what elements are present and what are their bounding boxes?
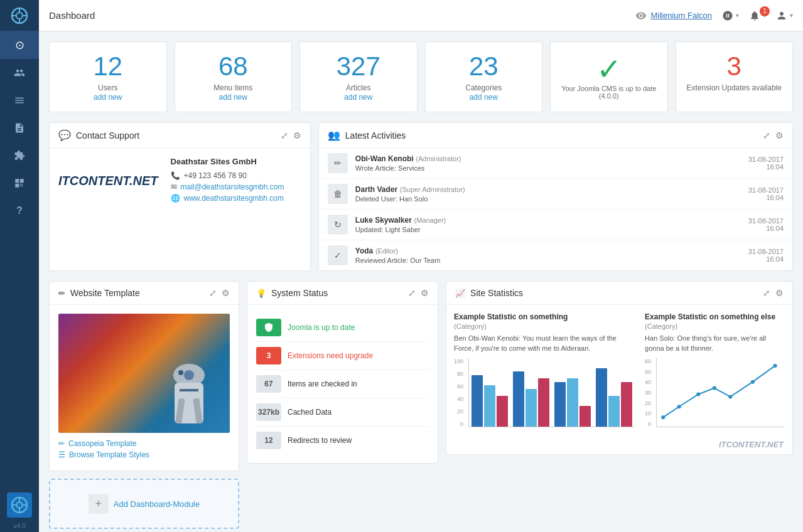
topnav-right: Millenium Falcon ▾ 1 ▾ ▾ xyxy=(635,10,793,21)
move-icon-2[interactable]: ⤢ xyxy=(763,130,770,141)
stat-link-menu[interactable]: add new xyxy=(219,93,247,102)
activity-time-3: 31-08-2017 16:04 xyxy=(748,217,784,232)
sidebar-item-home[interactable]: ⊙ xyxy=(0,31,39,59)
settings-icon[interactable]: ⚙ xyxy=(293,130,301,141)
bar-group-1 xyxy=(472,375,508,427)
point-2 xyxy=(677,405,681,408)
y-axis-labels: 100806040200 xyxy=(454,358,466,427)
site-name: Millenium Falcon xyxy=(650,11,712,20)
bar-pink-4 xyxy=(621,382,632,427)
contact-email-link[interactable]: mail@deathstarsitesgmbh.com xyxy=(181,183,284,191)
stat-card-users: 12 Users add new xyxy=(49,41,167,112)
add-module-label: Add Dashboard-Module xyxy=(114,499,200,509)
stat-link-articles[interactable]: add new xyxy=(344,93,372,102)
list-icon: ☰ xyxy=(58,450,65,459)
status-item-redirects[interactable]: 12 Redirects to review xyxy=(256,427,429,454)
svg-point-7 xyxy=(17,503,23,508)
stat-label-menu: Menu items xyxy=(185,83,282,92)
stat-link-categories[interactable]: add new xyxy=(470,93,498,102)
robot-silhouette xyxy=(167,364,211,433)
settings-icon-2[interactable]: ⚙ xyxy=(775,130,784,141)
sidebar-item-extensions[interactable] xyxy=(0,142,39,169)
chart2-title: Example Statistic on something else xyxy=(645,312,785,321)
stat-card-articles: 327 Articles add new xyxy=(299,41,418,112)
bar-light-4 xyxy=(608,396,620,427)
sidebar-item-settings[interactable] xyxy=(0,169,39,197)
site-statistics-title: Site Statistics xyxy=(470,288,758,298)
activity-icon-edit: ✏ xyxy=(328,153,348,173)
sidebar-bottom: v4.0 xyxy=(0,490,39,532)
svg-point-1 xyxy=(16,13,23,19)
contact-web-link[interactable]: www.deathstarsitesgmbh.com xyxy=(184,194,284,203)
stat-label-extensions: Extension Updates available xyxy=(686,83,783,92)
move-icon-3[interactable]: ⤢ xyxy=(209,288,217,298)
chart1-title: Example Statistic on something xyxy=(454,312,635,321)
top-panels-row: 💬 Contact Support ⤢ ⚙ ITCONTENT.NET Deat… xyxy=(49,122,793,271)
bar-dark-3 xyxy=(554,382,566,427)
browse-styles-link[interactable]: ☰ Browse Template Styles xyxy=(58,450,230,459)
sidebar-item-users[interactable] xyxy=(0,59,39,87)
website-template-panel: ✏ Website Template ⤢ ⚙ xyxy=(49,281,239,471)
contact-support-header: 💬 Contact Support ⤢ ⚙ xyxy=(50,123,310,148)
activity-action-4: Reviewed Article: Our Team xyxy=(355,257,441,264)
activity-info-1: Obi-Wan Kenobi (Administrator) Wrote Art… xyxy=(355,154,741,173)
activity-name-4: Yoda xyxy=(355,247,373,255)
move-icon-4[interactable]: ⤢ xyxy=(408,288,416,298)
contact-phone: +49 123 456 78 90 xyxy=(184,171,247,180)
activity-name-2: Darth Vader xyxy=(355,185,397,194)
left-column: ✏ Website Template ⤢ ⚙ xyxy=(49,281,239,532)
add-module-area[interactable]: + Add Dashboard-Module xyxy=(49,479,239,529)
stat-card-extensions: 3 Extension Updates available xyxy=(676,41,794,112)
chat-icon: 💬 xyxy=(58,129,71,141)
email-icon: ✉ xyxy=(171,183,177,191)
badge-67: 67 xyxy=(256,375,281,393)
stat-label-articles: Articles xyxy=(310,83,407,92)
move-icon[interactable]: ⤢ xyxy=(281,130,288,141)
contact-support-body: ITCONTENT.NET Deathstar Sites GmbH 📞 +49… xyxy=(50,148,310,214)
add-module-btn[interactable]: + Add Dashboard-Module xyxy=(89,494,200,514)
stat-label-categories: Categories xyxy=(436,83,532,92)
cassopeia-link[interactable]: ✏ Cassopeia Template xyxy=(58,439,230,448)
notification-icon-btn[interactable]: 1 ▾ xyxy=(749,10,766,21)
system-status-header: 💡 System Status ⤢ ⚙ xyxy=(247,282,438,305)
activity-role-3: (Manager) xyxy=(414,216,446,224)
system-status-body: Joomla is up to date 3 Extensions need u… xyxy=(247,305,438,463)
sidebar-item-help[interactable]: ? xyxy=(0,197,39,225)
settings-icon-3[interactable]: ⚙ xyxy=(222,288,230,298)
status-item-extensions[interactable]: 3 Extensions need upgrade xyxy=(256,342,429,370)
bar-light-1 xyxy=(484,385,495,427)
line-chart-wrapper: 6050403020100 xyxy=(645,358,785,427)
settings-icon-4[interactable]: ⚙ xyxy=(421,288,429,298)
status-item-cached[interactable]: 327kb Cached Data xyxy=(256,398,429,427)
bar-pink-2 xyxy=(538,378,549,427)
sidebar-item-content[interactable] xyxy=(0,114,39,142)
topnav: Dashboard Millenium Falcon ▾ 1 ▾ ▾ xyxy=(0,0,803,31)
contact-email-row: ✉ mail@deathstarsitesgmbh.com xyxy=(171,183,284,191)
bar-chart xyxy=(468,358,635,427)
web-icon: 🌐 xyxy=(171,194,180,203)
activities-icon: 👥 xyxy=(328,129,340,141)
status-item-joomla: Joomla is up to date xyxy=(256,314,429,342)
contact-support-title: Contact Support xyxy=(76,130,276,141)
stat-link-users[interactable]: add new xyxy=(94,93,122,102)
site-link[interactable]: Millenium Falcon xyxy=(635,10,712,21)
svg-point-14 xyxy=(184,370,194,380)
rocket-icon-btn[interactable]: ▾ xyxy=(722,10,739,21)
bar-dark-4 xyxy=(596,368,607,427)
watermark: ITCONTENT.NET xyxy=(446,435,792,454)
user-icon-btn[interactable]: ▾ xyxy=(776,10,793,21)
chart1-category: (Category) xyxy=(454,322,635,330)
activity-role-4: (Editor) xyxy=(375,247,398,255)
activity-action-2: Deleted User: Han Solo xyxy=(355,195,428,203)
main-content: 12 Users add new 68 Menu items add new 3… xyxy=(39,31,803,532)
activity-time-1: 31-08-2017 16:04 xyxy=(748,156,784,171)
status-item-checked-in[interactable]: 67 Items are checked in xyxy=(256,370,429,398)
settings-icon-5[interactable]: ⚙ xyxy=(775,288,784,298)
contact-support-panel: 💬 Contact Support ⤢ ⚙ ITCONTENT.NET Deat… xyxy=(49,122,311,271)
stat-number-menu: 68 xyxy=(185,52,282,81)
bar-group-2 xyxy=(513,371,549,427)
joomla-logo-bottom xyxy=(7,492,32,518)
move-icon-5[interactable]: ⤢ xyxy=(763,288,770,298)
activity-action-3: Updated: Light Saber xyxy=(355,226,421,233)
sidebar-item-menu[interactable] xyxy=(0,87,39,114)
